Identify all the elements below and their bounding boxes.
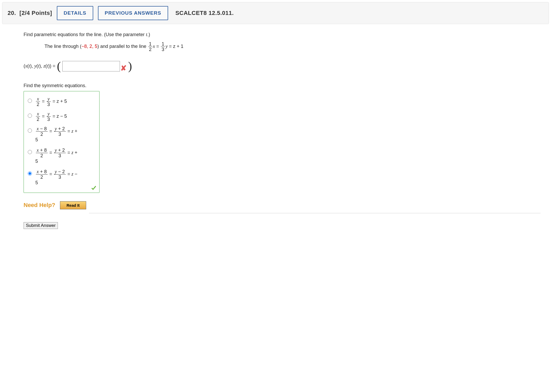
submit-answer-button[interactable]: Submit Answer (24, 222, 58, 229)
problem-instruction: Find parametric equations for the line. … (24, 32, 541, 37)
option-text: x − 82 = y + 23 = z +5 (35, 126, 78, 143)
details-button[interactable]: DETAILS (57, 6, 93, 20)
previous-answers-button[interactable]: PREVIOUS ANSWERS (98, 6, 168, 20)
mc-option-5[interactable]: x + 82 = y − 23 = z −5 (26, 169, 95, 186)
wrong-icon: ✘ (120, 64, 126, 72)
problem-statement: The line through (−8, 2, 5) and parallel… (45, 42, 541, 52)
need-help-row: Need Help? Read It (24, 201, 541, 209)
option-text: x2 = y3 = z + 5 (35, 97, 67, 107)
given-point: −8, 2, 5 (81, 44, 97, 49)
option-text: x + 82 = y − 23 = z −5 (35, 169, 78, 186)
assignment-reference: SCALCET8 12.5.011. (175, 10, 234, 16)
question-number: 20. [2/4 Points] (8, 10, 52, 16)
answer-label: (x(t), y(t), z(t)) = (24, 63, 56, 69)
read-it-button[interactable]: Read It (60, 201, 86, 209)
question-header: 20. [2/4 Points] DETAILS PREVIOUS ANSWER… (2, 2, 549, 24)
symmetric-instruction: Find the symmetric equations. (24, 83, 541, 88)
parametric-answer-row: (x(t), y(t), z(t)) = ( ✘ ) (24, 60, 541, 72)
mc-option-2[interactable]: x2 = y3 = z − 5 (26, 111, 95, 122)
open-paren: ( (57, 60, 61, 72)
question-content: Find parametric equations for the line. … (24, 32, 541, 229)
close-paren: ) (128, 60, 132, 72)
mc-option-1[interactable]: x2 = y3 = z + 5 (26, 97, 95, 107)
radio-option-2[interactable] (28, 114, 32, 118)
radio-option-1[interactable] (28, 99, 32, 103)
mc-option-3[interactable]: x − 82 = y + 23 = z +5 (26, 126, 95, 143)
multiple-choice-box: x2 = y3 = z + 5 x2 = y3 = z − 5 x − 82 =… (24, 91, 100, 193)
parametric-answer-input[interactable] (62, 61, 120, 71)
radio-option-4[interactable] (28, 150, 32, 154)
mc-option-4[interactable]: x + 82 = y + 23 = z +5 (26, 148, 95, 165)
divider (89, 213, 541, 213)
need-help-label: Need Help? (24, 202, 55, 209)
option-text: x + 82 = y + 23 = z +5 (35, 148, 78, 165)
radio-option-3[interactable] (28, 128, 32, 133)
correct-icon (91, 185, 97, 191)
option-text: x2 = y3 = z − 5 (35, 111, 67, 122)
radio-option-5[interactable] (28, 171, 32, 176)
